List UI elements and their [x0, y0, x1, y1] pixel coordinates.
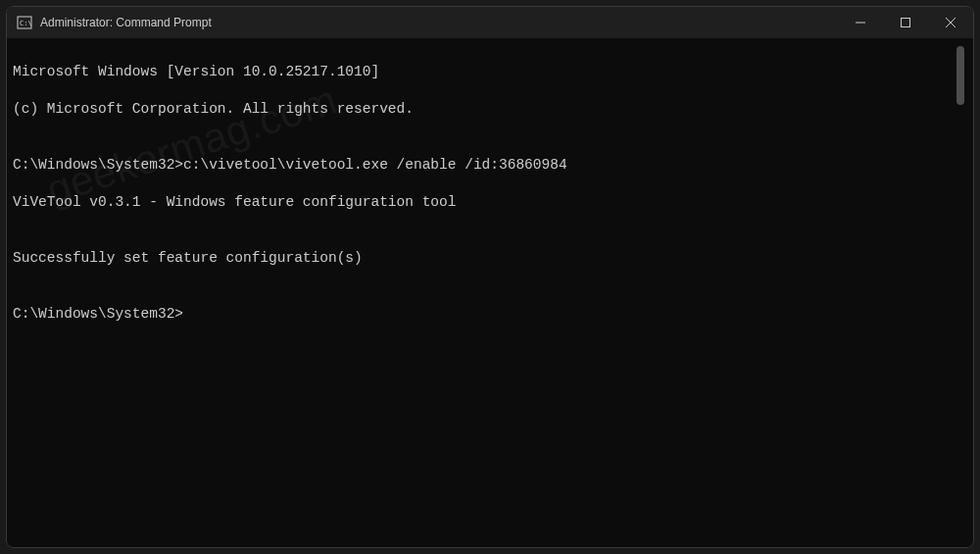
scrollbar-thumb[interactable] [956, 46, 964, 105]
prompt-line: C:\Windows\System32> [13, 305, 954, 324]
console-area[interactable]: geekermag.com Microsoft Windows [Version… [7, 38, 973, 547]
command-prompt-window: C:\ Administrator: Command Prompt geeker… [6, 6, 974, 548]
titlebar[interactable]: C:\ Administrator: Command Prompt [7, 7, 973, 38]
maximize-button[interactable] [883, 7, 928, 38]
close-button[interactable] [928, 7, 973, 38]
console-output[interactable]: Microsoft Windows [Version 10.0.25217.10… [13, 44, 954, 541]
svg-text:C:\: C:\ [20, 20, 32, 27]
svg-rect-3 [902, 19, 910, 27]
window-controls [838, 7, 973, 38]
cmd-icon: C:\ [17, 15, 32, 30]
output-line: C:\Windows\System32>c:\vivetool\vivetool… [13, 156, 954, 175]
output-line: Successfully set feature configuration(s… [13, 249, 954, 268]
output-line: ViVeTool v0.3.1 - Windows feature config… [13, 193, 954, 212]
output-line: Microsoft Windows [Version 10.0.25217.10… [13, 63, 954, 81]
window-title: Administrator: Command Prompt [40, 16, 212, 29]
scrollbar[interactable] [954, 44, 967, 541]
output-line: (c) Microsoft Corporation. All rights re… [13, 100, 954, 119]
minimize-button[interactable] [838, 7, 883, 38]
